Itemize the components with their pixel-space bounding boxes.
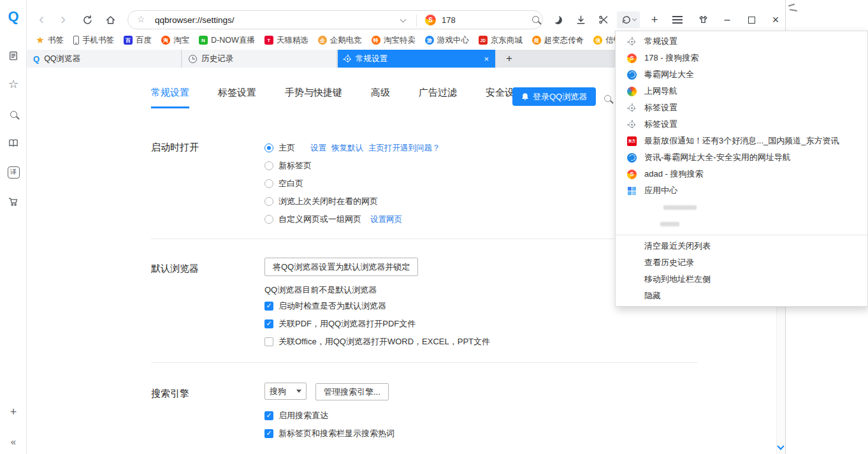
close-button[interactable]: × [767,11,784,28]
tab-history[interactable]: 历史记录 [182,50,337,68]
minimize-button[interactable]: – [719,11,735,28]
startup-option-lastsession[interactable]: 浏览上次关闭时在看的网页 [264,193,378,210]
page-search-icon[interactable] [604,95,611,102]
menu-item[interactable]: 东方 最新放假通知！还有3个好消息..._国内频道_东方资讯 [616,133,867,149]
checkbox-label: 关联PDF，用QQ浏览器打开PDF文件 [278,318,416,330]
check-hot-words[interactable]: 新标签页和搜索栏显示搜索热词 [264,425,394,443]
settings-tab-tabs[interactable]: 标签设置 [218,87,256,108]
menu-item[interactable]: 标签设置 [616,99,867,116]
radio-selected-icon[interactable] [264,143,273,152]
manage-search-engines-button[interactable]: 管理搜索引擎... [315,383,389,400]
add-toolbar-button[interactable]: + [646,11,663,28]
bookmark-item-chuanqi[interactable]: 超 超变态传奇 [532,35,584,46]
bookmark-item-jd[interactable]: JD 京东商城 [479,35,523,46]
login-button[interactable]: 登录QQ浏览器 [512,87,596,106]
settings-tab-advanced[interactable]: 高级 [371,87,390,108]
checkbox-checked-icon[interactable] [264,302,273,311]
settings-tab-gestures[interactable]: 手势与快捷键 [285,87,342,108]
menu-item[interactable]: S 178 - 搜狗搜索 [616,50,867,66]
check-associate-pdf[interactable]: 关联PDF，用QQ浏览器打开PDF文件 [264,315,416,333]
menu-action-hide[interactable]: 隐藏 [616,288,867,304]
sidebar-notes-button[interactable] [0,47,27,64]
home-problem-link[interactable]: 主页打开遇到问题？ [368,143,440,154]
bookmark-item-shuqian[interactable]: ★ 书签 [36,35,64,46]
menu-item[interactable]: 资讯-毒霸网址大全-安全实用的网址导航 [616,149,867,166]
restore-default-link[interactable]: 恢复默认 [331,143,363,154]
menu-item[interactable]: 应用中心 [616,182,867,199]
menu-action-clear-list[interactable]: 清空最近关闭列表 [616,238,867,254]
check-search-direct[interactable]: 启用搜索直达 [264,407,328,425]
bookmark-item-baidu[interactable]: 百 百度 [124,35,152,46]
settings-tab-adblock[interactable]: 广告过滤 [419,87,457,108]
sidebar-collapse-button[interactable]: « [0,433,27,450]
set-default-browser-button[interactable]: 将QQ浏览器设置为默认浏览器并锁定 [264,258,418,276]
sidebar-shopping-button[interactable] [0,193,27,210]
sidebar-add-button[interactable]: + [0,404,27,420]
address-bar[interactable]: ☆ qqbrowser://settings/ S 178 [127,10,543,29]
menu-item[interactable]: S adad - 搜狗搜索 [616,166,867,182]
settings-tab-general[interactable]: 常规设置 [151,87,189,108]
bookmark-item-tmall[interactable]: T 天猫精选 [264,35,308,46]
skin-theme-button[interactable] [695,11,711,28]
night-mode-button[interactable] [549,11,566,28]
sidebar-search-button[interactable] [0,106,27,122]
startup-option-blank[interactable]: 空白页 [264,175,303,193]
menu-action-view-history[interactable]: 查看历史记录 [616,254,867,271]
bookmark-item-qie[interactable]: 企 企鹅电竞 [318,35,362,46]
startup-option-home[interactable]: 主页 设置 恢复默认 主页打开遇到问题？ [264,139,440,157]
checkbox-checked-icon[interactable] [264,429,273,438]
search-go-icon[interactable] [532,16,539,23]
recently-closed-button[interactable] [617,11,640,28]
radio-icon[interactable] [264,215,273,224]
bookmark-item-taobao[interactable]: 淘 淘宝 [161,35,189,46]
menu-item-faded[interactable] [616,199,867,216]
search-engine-select[interactable]: 搜狗 [264,383,307,400]
bookmark-item-gamecenter[interactable]: 游 游戏中心 [425,35,469,46]
menu-item[interactable]: 上网导航 [616,83,867,99]
sidebar-favorites-button[interactable]: ☆ [0,76,27,92]
refresh-button[interactable] [79,11,96,28]
checkbox-checked-icon[interactable] [264,319,273,328]
startup-option-newtab[interactable]: 新标签页 [264,157,312,175]
set-pages-link[interactable]: 设置网页 [370,214,402,225]
menu-item[interactable]: 标签设置 [616,116,867,133]
new-tab-button[interactable]: + [502,51,517,66]
radio-icon[interactable] [264,197,273,206]
scroll-down-button[interactable] [778,440,783,451]
bookmark-label: D-NOW直播 [211,35,255,46]
bookmark-item-mobile[interactable]: 手机书签 [73,35,114,46]
back-button[interactable]: ‹ [33,11,50,27]
radio-icon[interactable] [264,179,273,188]
bookmark-item-temai[interactable]: 特 淘宝特卖 [372,35,416,46]
search-keyword-text[interactable]: 178 [442,15,456,25]
home-button[interactable] [102,11,119,28]
forward-button[interactable]: › [55,11,71,27]
menu-item[interactable]: 常规设置 [616,33,867,50]
checkbox-icon[interactable] [264,337,273,346]
checkbox-checked-icon[interactable] [264,411,273,420]
url-dropdown-icon[interactable] [400,17,407,23]
tab-close-icon[interactable]: × [484,54,489,64]
sidebar-translate-button[interactable]: 译 [0,164,27,180]
check-associate-office[interactable]: 关联Office，用QQ浏览器打开WORD，EXCEL，PPT文件 [264,333,490,351]
startup-option-custom[interactable]: 自定义网页或一组网页 设置网页 [264,210,402,228]
screenshot-button[interactable] [595,11,612,28]
chevron-down-icon [632,17,636,21]
qq-browser-logo[interactable]: Q [0,8,27,26]
bookmark-item-dnow[interactable]: N D-NOW直播 [199,35,255,46]
maximize-button[interactable] [743,11,760,28]
check-default-on-startup[interactable]: 启动时检查是否为默认浏览器 [264,297,386,315]
sogou-engine-icon[interactable]: S [425,15,436,26]
sidebar-reader-button[interactable] [0,135,27,151]
menu-item-faded[interactable] [616,216,867,232]
menu-action-move-left[interactable]: 移动到地址栏左侧 [616,271,867,288]
radio-icon[interactable] [264,161,273,170]
bookmark-star-icon[interactable]: ☆ [137,14,145,24]
tab-qq-browser[interactable]: Q QQ浏览器 [27,50,182,68]
menu-item[interactable]: 毒霸网址大全 [616,66,867,83]
url-text[interactable]: qqbrowser://settings/ [155,15,235,25]
download-button[interactable] [572,11,589,28]
tab-general-settings[interactable]: 常规设置 × [338,50,496,68]
home-settings-link[interactable]: 设置 [310,143,326,154]
main-menu-button[interactable] [669,11,686,28]
